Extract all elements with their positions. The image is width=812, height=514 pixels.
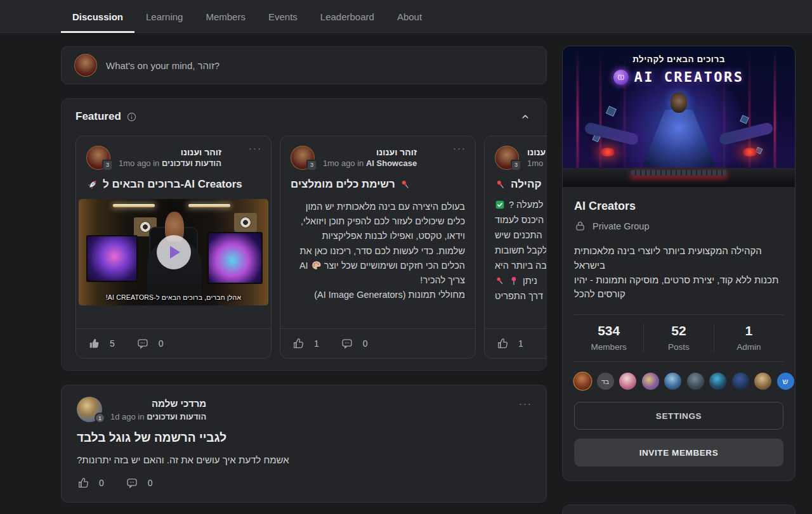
featured-cards-row: ··· 3 זוהר וענונו 1mo ago in הודעות ועדכ… xyxy=(75,136,547,359)
author-name[interactable]: זוהר וענונו xyxy=(527,146,547,158)
palette-emoji-icon xyxy=(311,260,322,271)
pushpin-emoji-icon xyxy=(495,179,506,190)
avatar[interactable]: 3 xyxy=(495,146,519,170)
author-name[interactable]: זוהר וענונו xyxy=(323,146,417,158)
comment-button[interactable]: 0 xyxy=(136,337,164,350)
tab-about[interactable]: About xyxy=(386,0,433,33)
play-icon[interactable] xyxy=(157,235,191,269)
group-info-card: ברוכים הבאים לקהילת AI CREATORS AI Creat… xyxy=(562,46,796,481)
level-badge: 1 xyxy=(95,413,105,423)
comment-icon xyxy=(341,337,353,350)
tab-members[interactable]: Members xyxy=(194,0,257,33)
space-link: הודעות ועדכונים xyxy=(147,412,206,421)
post-meta[interactable]: 1mo ago in AI Showcase xyxy=(323,158,417,168)
group-sidebar: ברוכים הבאים לקהילת AI CREATORS AI Creat… xyxy=(562,46,796,514)
featured-section-title: Featured xyxy=(75,110,121,123)
featured-section: Featured ··· 3 זוהר וענונו 1mo ago in הו… xyxy=(61,98,547,371)
space-link: הודעות ועדכונים xyxy=(162,158,221,168)
collapse-chevron-up-icon[interactable] xyxy=(520,111,531,122)
tab-leaderboard[interactable]: Leaderboard xyxy=(309,0,386,33)
group-name: AI Creators xyxy=(574,200,783,213)
current-user-avatar[interactable] xyxy=(74,54,97,77)
group-cover-image[interactable]: ברוכים הבאים לקהילת AI CREATORS xyxy=(563,46,795,187)
post-menu-icon[interactable]: ··· xyxy=(249,143,262,153)
like-count: 5 xyxy=(110,338,115,349)
like-button[interactable]: 0 xyxy=(77,477,104,489)
post-meta[interactable]: 1mo ago in הודעות ועדכונים xyxy=(119,158,221,168)
post-body: אשמח לדעת איך עושים את זה. והאם יש בזה י… xyxy=(77,454,531,465)
post-menu-icon[interactable]: ··· xyxy=(453,143,466,153)
member-avatar[interactable]: ש xyxy=(777,373,794,390)
member-avatar[interactable] xyxy=(754,373,771,390)
comment-count: 0 xyxy=(159,338,164,349)
member-avatar[interactable] xyxy=(642,373,659,390)
avatar[interactable]: 3 xyxy=(291,146,315,170)
brain-logo-icon xyxy=(613,70,629,85)
lock-icon xyxy=(574,220,586,232)
post-body: בעולם היצירה עם בינה מלאכותית יש המון כל… xyxy=(280,191,475,302)
post-title[interactable]: לגביי הרשמה של גוגל בלבד xyxy=(77,431,531,445)
space-tab-bar: Discussion Learning Members Events Leade… xyxy=(0,0,812,33)
comment-icon xyxy=(126,477,138,489)
stat-members[interactable]: 534 Members xyxy=(574,323,643,352)
post-meta[interactable]: 1d ago in הודעות ועדכונים xyxy=(110,412,206,421)
invite-members-button[interactable]: INVITE MEMBERS xyxy=(574,439,783,466)
tab-events[interactable]: Events xyxy=(257,0,309,33)
thumbs-up-icon xyxy=(77,477,89,489)
post-meta[interactable]: 1mo xyxy=(527,158,547,168)
featured-card-welcome[interactable]: ··· 3 זוהר וענונו 1mo ago in הודעות ועדכ… xyxy=(75,136,272,359)
tab-learning[interactable]: Learning xyxy=(134,0,194,33)
pushpin-emoji-icon xyxy=(400,179,411,190)
info-icon[interactable] xyxy=(126,112,137,122)
video-caption: אהלן חברים, ברוכים הבאים ל-AI CREATORS! xyxy=(79,293,268,301)
space-link: AI Showcase xyxy=(366,158,417,168)
settings-button[interactable]: SETTINGS xyxy=(574,402,783,430)
like-button[interactable]: 5 xyxy=(88,337,115,350)
tab-discussion[interactable]: Discussion xyxy=(61,0,134,33)
like-button[interactable]: 1 xyxy=(496,337,523,350)
like-count: 0 xyxy=(99,478,104,488)
member-avatar[interactable] xyxy=(664,373,681,390)
stat-posts[interactable]: 52 Posts xyxy=(643,323,713,352)
pushpin-emoji-icon xyxy=(495,276,505,286)
banner-group-name: AI CREATORS xyxy=(634,69,743,85)
rocket-emoji-icon xyxy=(86,179,98,191)
member-avatars-row: בד ש xyxy=(574,373,783,390)
avatar[interactable]: 1 xyxy=(77,397,102,422)
member-avatar[interactable] xyxy=(709,373,726,390)
round-pin-emoji-icon xyxy=(509,276,519,286)
post-title[interactable]: ברוכים הבאים ל-AI Creators xyxy=(76,170,271,191)
like-count: 1 xyxy=(518,338,523,349)
group-description: הקהילה המקצועית ביותר ליוצרי בינה מלאכות… xyxy=(574,244,783,302)
feed-post[interactable]: ··· 1 מרדכי שלמה 1d ago in הודעות ועדכונ… xyxy=(61,385,547,503)
member-avatar[interactable] xyxy=(619,373,636,390)
member-avatar[interactable]: בד xyxy=(597,373,614,390)
like-count: 1 xyxy=(314,338,319,349)
comment-button[interactable]: 0 xyxy=(126,477,153,489)
featured-card-community[interactable]: 3 זוהר וענונו 1mo קהילה xyxy=(484,136,547,359)
author-name[interactable]: זוהר וענונו xyxy=(119,146,221,158)
comment-count: 0 xyxy=(148,478,153,488)
video-thumbnail[interactable]: אהלן חברים, ברוכים הבאים ל-AI CREATORS! xyxy=(79,199,268,305)
post-menu-icon[interactable]: ··· xyxy=(519,398,532,409)
author-name[interactable]: מרדכי שלמה xyxy=(110,397,206,411)
banner-welcome-text: ברוכים הבאים לקהילת xyxy=(563,55,795,64)
member-avatar[interactable] xyxy=(574,373,591,390)
thumbs-up-icon xyxy=(292,337,304,350)
like-button[interactable]: 1 xyxy=(292,337,319,350)
main-feed-column: What's on your mind, זוהר? Featured ··· … xyxy=(61,46,547,503)
stat-admin[interactable]: 1 Admin xyxy=(714,323,783,352)
thumbs-up-icon xyxy=(496,337,509,350)
avatar[interactable]: 3 xyxy=(86,146,110,170)
member-avatar[interactable] xyxy=(732,373,749,390)
post-composer[interactable]: What's on your mind, זוהר? xyxy=(61,46,547,84)
member-avatar[interactable] xyxy=(687,373,704,390)
post-body: למעלה ? היכנס לעמוד התכנים שיש לקבל תשוב… xyxy=(485,191,547,306)
leaderboard-card: Leaderboard (30-days) xyxy=(562,504,796,514)
comment-button[interactable]: 0 xyxy=(341,337,368,350)
comment-count: 0 xyxy=(363,338,368,349)
post-title[interactable]: קהילה xyxy=(485,170,547,191)
post-title[interactable]: רשימת כלים מומלצים xyxy=(280,170,475,191)
composer-placeholder: What's on your mind, זוהר? xyxy=(106,60,219,71)
featured-card-tools[interactable]: ··· 3 זוהר וענונו 1mo ago in AI Showcase… xyxy=(280,136,476,359)
